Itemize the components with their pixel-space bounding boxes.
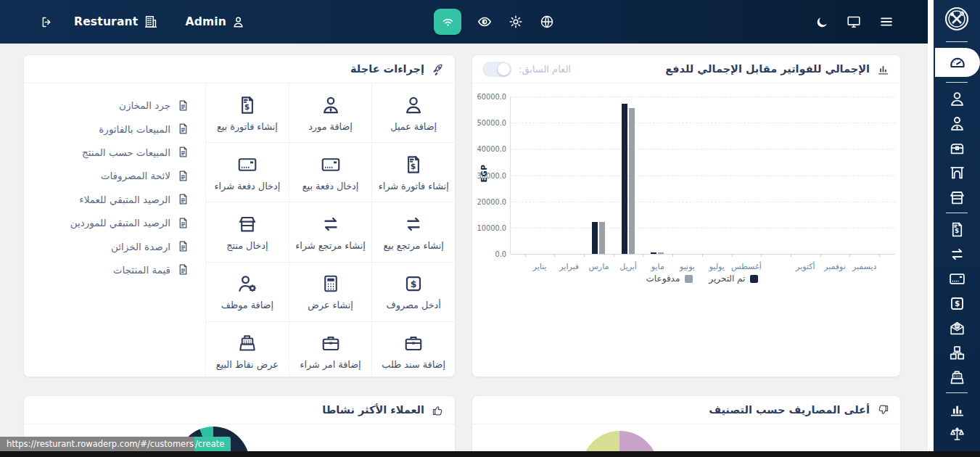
action-tile[interactable]: إنشاء مرتجع بيع <box>372 202 455 261</box>
register-icon <box>948 369 966 387</box>
credit-card-icon <box>320 154 342 176</box>
status-url-base: https://resturant.rowaderp.com/#/custome… <box>0 437 194 451</box>
bar-paid <box>599 222 605 254</box>
x-tick <box>820 254 821 257</box>
legend-item: تم التحرير <box>709 273 758 284</box>
y-tick-label: 0.0 <box>472 250 506 258</box>
legend-label: تم التحرير <box>709 273 745 284</box>
report-link[interactable]: قيمة المنتجات <box>31 258 189 281</box>
x-tick <box>614 254 614 257</box>
sidebar-item-register[interactable] <box>934 365 980 390</box>
sidebar-item-boxes[interactable] <box>934 340 980 365</box>
eye-icon[interactable] <box>477 14 493 30</box>
quick-actions-card: إجراءات عاجلة إضافة عميلإضافة موردإنشاء … <box>23 54 456 377</box>
report-link-label: الرصيد المتبقي للموردين <box>70 217 170 228</box>
action-tile[interactable]: إضافة موظف <box>206 263 289 321</box>
moon-icon[interactable] <box>815 15 829 29</box>
action-tile[interactable]: إنشاء فاتورة شراء <box>372 143 455 202</box>
legend-swatch <box>750 275 758 283</box>
x-tick-label: أغسطس <box>723 262 770 271</box>
action-tile[interactable]: إنشاء فاتورة بيع <box>206 83 289 142</box>
report-link[interactable]: لائحة المصروفات <box>31 164 189 187</box>
action-tile[interactable]: إنشاء مرتجع شراء <box>289 202 372 261</box>
sidebar-item-user[interactable] <box>934 86 980 111</box>
action-tile-label: إضافة امر شراء <box>300 359 361 370</box>
action-tile[interactable]: إضافة مورد <box>289 83 372 142</box>
report-link[interactable]: جرد المخازن <box>31 94 189 117</box>
sidebar-item-credit-card[interactable] <box>934 266 980 291</box>
report-link[interactable]: الرصيد المتبقي للعملاء <box>31 188 189 211</box>
gear-icon[interactable] <box>508 14 524 30</box>
action-tile-label: إضافة مورد <box>308 121 353 132</box>
chart-title-group: الإجمالي للفواتير مقابل الإجمالي للدفع <box>665 62 890 76</box>
report-link-label: لائحة المصروفات <box>101 170 170 181</box>
transfer-icon <box>403 213 424 235</box>
action-tile[interactable]: إدخال دفعة شراء <box>206 143 289 202</box>
sidebar-item-arch[interactable] <box>934 160 980 185</box>
sidebar-item-chest[interactable] <box>934 136 980 160</box>
action-tile[interactable]: إضافة عميل <box>372 83 455 142</box>
report-link[interactable]: الرصيد المتبقي للموردين <box>31 211 189 234</box>
wifi-icon <box>441 15 455 29</box>
top-navbar: Resturant Admin <box>0 0 928 44</box>
sidebar-item-bar-chart[interactable] <box>934 397 980 421</box>
boxes-icon <box>948 344 966 362</box>
logout-icon[interactable] <box>40 15 54 29</box>
register-icon <box>236 332 258 354</box>
action-tile[interactable]: إضافة امر شراء <box>289 322 372 377</box>
report-link[interactable]: المبيعات حسب المنتج <box>31 141 189 164</box>
bar-issued <box>651 252 656 254</box>
x-tick <box>761 254 762 257</box>
action-tile-label: إضافة موظف <box>221 300 273 310</box>
sidebar-item-money-envelope[interactable] <box>934 316 980 340</box>
globe-icon[interactable] <box>539 14 555 30</box>
invoices-chart-card: الإجمالي للفواتير مقابل الإجمالي للدفع ا… <box>472 54 901 377</box>
invoice-dollar-icon <box>948 221 966 239</box>
hamburger-icon[interactable] <box>878 14 894 30</box>
report-link[interactable]: المبيعات بالفاتورة <box>31 117 189 140</box>
legend-swatch <box>685 275 693 283</box>
bar-paid <box>629 108 635 254</box>
action-tile[interactable]: إضافة سند طلب <box>372 322 455 377</box>
quick-actions-title-group: إجراءات عاجلة <box>350 62 445 76</box>
brand[interactable]: Resturant <box>74 14 159 30</box>
action-tile[interactable]: إدخال منتج <box>206 202 289 261</box>
action-tile[interactable]: أدخل مصروف <box>372 263 455 321</box>
briefcase-icon <box>403 332 424 354</box>
doc-report-icon <box>177 217 189 229</box>
quick-actions-title: إجراءات عاجلة <box>350 63 424 75</box>
monitor-icon[interactable] <box>846 14 862 30</box>
gridline <box>511 123 895 123</box>
restaurant-logo-icon <box>942 4 971 33</box>
report-link[interactable]: ارصدة الخزائن <box>31 234 189 258</box>
action-tile-label: إنشاء مرتجع بيع <box>383 240 443 251</box>
credit-card-icon <box>236 154 258 176</box>
sidebar-item-user-tie[interactable] <box>934 111 980 136</box>
action-tile[interactable]: إنشاء عرض <box>289 263 372 321</box>
action-tile-label: إنشاء فاتورة بيع <box>217 121 278 132</box>
sidebar-item-store[interactable] <box>934 185 980 210</box>
sidebar-item-scales[interactable] <box>934 421 980 446</box>
app-logo[interactable] <box>942 4 971 33</box>
rocket-icon <box>431 62 445 76</box>
action-tile-label: إدخال دفعة شراء <box>215 181 281 192</box>
action-tile[interactable]: إدخال دفعة بيع <box>289 143 372 202</box>
report-link-label: جرد المخازن <box>119 99 170 111</box>
x-tick <box>849 254 850 257</box>
sidebar-item-dollar-square[interactable] <box>934 291 980 316</box>
x-tick <box>702 254 703 257</box>
customers-title-group: العملاء الأكثر نشاطا <box>322 403 445 417</box>
connection-button[interactable] <box>434 9 461 35</box>
gridline <box>511 202 895 202</box>
sidebar-item-invoice-dollar[interactable] <box>934 217 980 242</box>
sidebar-item-transfer[interactable] <box>934 242 980 266</box>
bar-paid <box>658 252 664 254</box>
dashboard-icon <box>948 53 967 72</box>
sidebar-item-dashboard-active[interactable] <box>935 48 980 77</box>
action-tile[interactable]: عرض نقاط البيع <box>206 322 289 377</box>
transfer-icon <box>320 213 342 235</box>
user-menu[interactable]: Admin <box>185 15 245 29</box>
prev-year-toggle[interactable] <box>482 62 511 77</box>
y-tick-label: 30000.0 <box>472 172 506 180</box>
x-tick <box>584 254 585 257</box>
